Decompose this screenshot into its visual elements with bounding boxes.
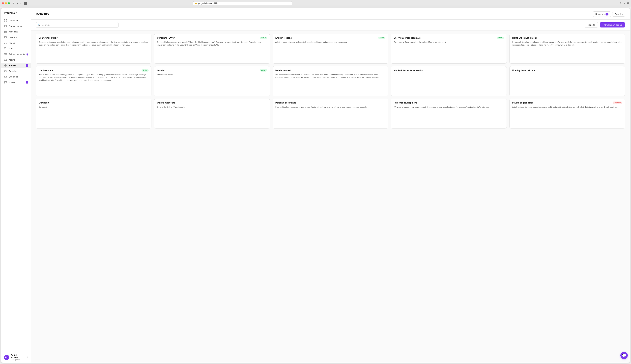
benefit-title-5: Life insurance [39, 69, 53, 72]
benefits-tab-label: Benefits [615, 13, 622, 16]
svg-rect-17 [4, 54, 7, 55]
benefit-desc-0: Because exchanging knowledge, inspiratio… [39, 41, 149, 46]
close-button[interactable] [2, 2, 4, 4]
benefit-card-2[interactable]: English lessons Active Join the group at… [273, 34, 388, 64]
maximize-button[interactable] [8, 2, 10, 4]
benefit-card-header-3: Every day office breakfast Active [394, 36, 504, 40]
sidebar-item-absences[interactable]: Absences [1, 29, 31, 34]
benefit-title-3: Every day office breakfast [394, 36, 420, 40]
forward-button[interactable]: › [20, 2, 22, 5]
benefit-status-6: Active [260, 69, 267, 72]
sidebar-toggle-icon[interactable]: ⊡ [13, 2, 15, 5]
benefit-card-header-7: Mobile internet [275, 69, 385, 72]
chat-button[interactable]: 💬 [620, 352, 628, 359]
benefit-title-9: Monthly book delivery [512, 69, 535, 72]
sidebar-item-benefits[interactable]: Benefits 1 [1, 62, 31, 68]
benefit-card-header-5: Life insurance Active [39, 69, 149, 72]
benefit-desc-5: After 6 months from establishing permane… [39, 73, 149, 82]
user-name: Bartek Hamerli [11, 354, 25, 359]
nav-icon-reimbursements [4, 53, 7, 56]
sidebar-item-calendar[interactable]: Calendar [1, 34, 31, 40]
requests-label: Requests [595, 13, 604, 16]
new-tab-icon[interactable]: ＋ [623, 2, 626, 5]
benefit-title-13: Personal development [394, 102, 417, 104]
nav-label-reimbursements: Reimbursements [9, 53, 25, 56]
benefit-card-7[interactable]: Mobile internet We have several mobile i… [273, 66, 388, 96]
reports-button[interactable]: Reports [584, 22, 598, 28]
svg-rect-19 [4, 59, 7, 60]
benefit-card-13[interactable]: Personal development We want to support … [391, 99, 506, 128]
svg-rect-3 [6, 20, 7, 22]
sidebar-item-timesheet[interactable]: Timesheet [1, 68, 31, 74]
sidebar-item-people[interactable]: People [1, 40, 31, 46]
svg-rect-16 [4, 48, 6, 49]
search-icon: 🔍 [38, 24, 40, 26]
nav-badge-reimbursements: 2 [27, 53, 28, 56]
user-settings-icon[interactable]: ⚙ [27, 356, 28, 358]
svg-rect-1 [6, 19, 7, 20]
benefit-card-12[interactable]: Personal assistance If something has hap… [273, 99, 388, 128]
share-icon[interactable]: ⬆ [620, 2, 622, 5]
nav-label-timesheet: Timesheet [9, 70, 19, 72]
logo-chevron-icon: ▼ [16, 12, 17, 14]
requests-button[interactable]: Requests 1 [593, 12, 611, 17]
lock-icon: 🔒 [195, 2, 197, 4]
traffic-lights [2, 2, 10, 4]
search-input[interactable] [36, 22, 119, 28]
view-profile-link[interactable]: View profile [11, 359, 25, 361]
search-wrapper: 🔍 [36, 22, 119, 28]
svg-rect-4 [5, 25, 7, 27]
benefit-card-8[interactable]: Mobile internet for workation [391, 66, 506, 96]
sidebar-item-threads[interactable]: Threads 1 [1, 80, 31, 85]
benefits-tab-button[interactable]: Benefits [612, 12, 625, 16]
sidebar-item-announcements[interactable]: Announcements [1, 23, 31, 29]
nav-badge-threads: 1 [26, 81, 28, 84]
benefit-card-9[interactable]: Monthly book delivery [509, 66, 625, 96]
sidebar: Prograils ▼ Dashboard Announcements Abse… [1, 8, 31, 363]
benefit-card-3[interactable]: Every day office breakfast Active Every … [391, 34, 506, 64]
create-benefit-button[interactable]: + Create new benefit [600, 22, 625, 28]
address-bar[interactable]: 🔒 prograils.humadroid.io [193, 1, 292, 5]
benefit-card-14[interactable]: Private english class Canceled Jeżeli cz… [509, 99, 625, 128]
benefit-card-header-6: LuxMed Active [157, 69, 267, 72]
nav-icon-dashboard [4, 19, 7, 22]
nav-icon-assets [4, 58, 7, 61]
benefit-desc-7: We have several mobile internet routers … [275, 73, 385, 79]
sidebar-item-shoutouts[interactable]: Shoutouts [1, 74, 31, 80]
benefit-title-10: Multisport [39, 102, 49, 104]
benefit-card-header-11: Opieka medyczna [157, 102, 267, 104]
benefit-card-header-1: Corporate lawyer Active [157, 36, 267, 40]
sidebar-logo[interactable]: Prograils ▼ [1, 8, 31, 17]
nav-icon-benefits [4, 64, 7, 67]
back-button[interactable]: ‹ [17, 2, 19, 5]
benefit-status-14: Canceled [612, 102, 622, 104]
sidebar-item-dashboard[interactable]: Dashboard [1, 18, 31, 23]
benefit-title-6: LuxMed [157, 69, 165, 72]
nav-label-calendar: Calendar [9, 36, 18, 38]
benefit-card-5[interactable]: Life insurance Active After 6 months fro… [36, 66, 152, 96]
benefit-card-11[interactable]: Opieka medyczna Opieka dla Ciebie i Twoj… [154, 99, 270, 128]
benefit-card-0[interactable]: Conference budget Because exchanging kno… [36, 34, 152, 64]
tabs-icon[interactable]: ⧉ [627, 2, 629, 5]
create-label: + Create new benefit [602, 24, 622, 26]
benefit-status-1: Active [260, 36, 267, 39]
sidebar-item-assets[interactable]: Assets [1, 57, 31, 62]
benefit-card-1[interactable]: Corporate lawyer Active Get legal help w… [154, 34, 270, 64]
browser-nav: ‹ › [17, 2, 22, 5]
benefit-title-8: Mobile internet for workation [394, 69, 423, 72]
apps-icon[interactable] [24, 2, 27, 5]
minimize-button[interactable] [5, 2, 7, 4]
sidebar-item-reimbursements[interactable]: Reimbursements 2 [1, 51, 31, 57]
benefit-card-6[interactable]: LuxMed Active Private health care [154, 66, 270, 96]
header-actions: Requests 1 Benefits [593, 12, 625, 20]
main-header: Benefits Requests 1 Benefits [31, 8, 630, 20]
nav-label-people: People [9, 42, 15, 44]
nav-label-1on1s: 1-on-1s [9, 47, 16, 50]
benefit-status-5: Active [142, 69, 149, 72]
benefit-desc-2: Join the group at your own level, talk o… [275, 41, 385, 44]
sidebar-item-1on1s[interactable]: 1-on-1s [1, 46, 31, 51]
benefit-card-4[interactable]: Home Office Equipment If you work from h… [509, 34, 625, 64]
benefit-title-0: Conference budget [39, 36, 58, 40]
benefit-card-10[interactable]: Multisport Gym card [36, 99, 152, 128]
requests-badge: 1 [605, 12, 608, 16]
